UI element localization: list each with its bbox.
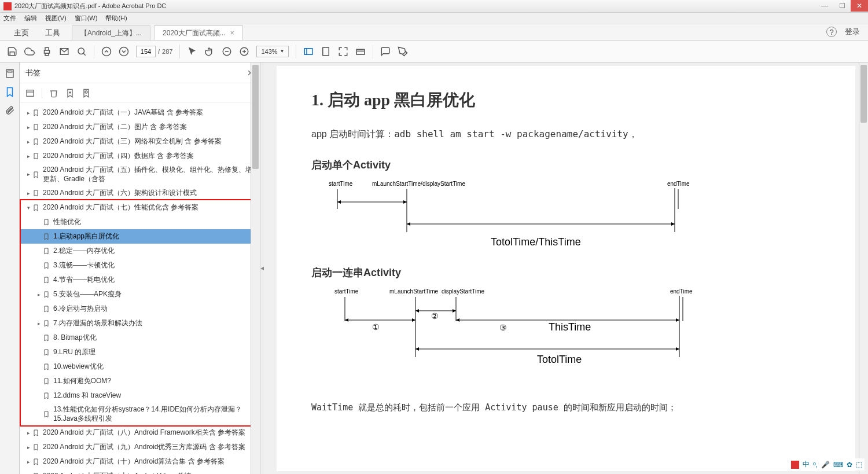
bookmarks-scrollbar[interactable] (251, 63, 260, 474)
page-content: 1. 启动 app 黑白屏优化 app 启动时间计算：adb shell am … (277, 66, 855, 471)
highlight-icon[interactable] (398, 46, 408, 57)
tray-icon-5[interactable]: ⬚ (856, 461, 862, 469)
document-tab-1[interactable]: 2020大厂面试高频...× (154, 25, 243, 40)
maximize-button[interactable]: ☐ (833, 0, 851, 12)
bookmark-item[interactable]: ▸2020 Android 大厂面试（二）图片 含 参考答案 (20, 120, 260, 134)
bookmark-item[interactable]: 13.性能优化如何分析systrace？14.用IDE如何分析内存泄漏？15.J… (20, 403, 260, 425)
bookmark-item[interactable]: ▸2020 Android 大厂面试（五）插件化、模块化、组件化、热修复、增量更… (20, 163, 260, 186)
bookmark-item[interactable]: ▸5.安装包——APK瘦身 (20, 287, 260, 302)
comment-icon[interactable] (380, 46, 391, 57)
bookmarks-toolbar (20, 83, 260, 103)
bookmark-item[interactable]: 9.LRU 的原理 (20, 345, 260, 359)
bookmarks-tree[interactable]: ▸2020 Android 大厂面试（一）JAVA基础 含 参考答案▸2020 … (20, 103, 260, 474)
fit-width-icon[interactable] (303, 46, 314, 57)
current-page-input[interactable] (136, 46, 156, 57)
svg-marker-63 (676, 347, 679, 351)
bookmark-item-expanded[interactable]: ▾2020 Android 大厂面试（七）性能优化含 参考答案 (20, 200, 260, 215)
menu-window[interactable]: 窗口(W) (75, 14, 98, 23)
bookmark-item[interactable]: ▸2020 Android 大厂面试（一）JAVA基础 含 参考答案 (20, 105, 260, 120)
bookmarks-title: 书签 (25, 68, 41, 78)
options-icon[interactable] (25, 89, 35, 98)
attachments-icon[interactable] (5, 105, 15, 116)
bookmark-item[interactable]: 10.webview优化 (20, 359, 260, 374)
tray-mic-icon[interactable]: 🎤 (821, 461, 830, 469)
bookmarks-panel: 书签 ✕ ▸2020 Android 大厂面试（一）JAVA基础 含 参考答案▸… (20, 63, 260, 474)
fit-page-icon[interactable] (321, 46, 331, 57)
pdf-icon (3, 2, 12, 10)
diagram-1: startTime mLaunchStartTime/displayStartT… (311, 179, 821, 254)
bookmark-item[interactable]: 6.冷启动与热启动 (20, 302, 260, 316)
close-window-button[interactable]: ✕ (851, 0, 868, 12)
bookmark-item[interactable]: ▸2020 Android 大厂面试（十）Android算法合集 含 参考答案 (20, 454, 260, 469)
window-title: 2020大厂面试高频知识点.pdf - Adobe Acrobat Pro DC (14, 2, 166, 10)
bookmark-item[interactable]: ▸2020 Android 大厂面试（九）Android优秀三方库源码 含 参考… (20, 440, 260, 454)
new-bookmark-icon[interactable] (65, 89, 75, 98)
page-separator: / (158, 48, 160, 55)
svg-text:TotolTime: TotolTime (537, 354, 582, 365)
close-tab-icon[interactable]: × (230, 29, 234, 37)
nav-rail (0, 63, 20, 474)
document-area[interactable]: 1. 启动 app 黑白屏优化 app 启动时间计算：adb shell am … (264, 63, 868, 474)
note-text: WaitTime 就是总的耗时，包括前一个应用 Activity pause 的… (311, 402, 821, 413)
svg-marker-34 (403, 200, 407, 204)
bookmark-item[interactable]: 8. Bitmap优化 (20, 330, 260, 345)
document-tab-0[interactable]: 【Android_上海】... (72, 25, 150, 40)
svg-text:TotolTime/ThisTime: TotolTime/ThisTime (491, 236, 581, 248)
full-screen-icon[interactable] (338, 46, 348, 57)
system-tray: 中 º, 🎤 ⌨ ✿ ⬚ (789, 458, 865, 471)
menu-edit[interactable]: 编辑 (24, 14, 37, 23)
bookmark-item[interactable]: 性能优化 (20, 215, 260, 229)
email-icon[interactable] (59, 46, 69, 57)
bookmark-item[interactable]: ▸7.内存泄漏的场景和解决办法 (20, 316, 260, 330)
bookmark-item[interactable]: ▸2020 Android 大厂面试（四）数据库 含 参考答案 (20, 149, 260, 163)
bookmark-item[interactable]: ▸2020 Android 大厂面试（八）Android Framework相关… (20, 425, 260, 440)
minimize-button[interactable]: — (816, 0, 833, 12)
bookmark-item[interactable]: 1.启动app黑白屏优化 (20, 229, 260, 244)
page-down-icon[interactable] (119, 46, 129, 57)
page-up-icon[interactable] (101, 46, 112, 57)
subheading-1: 启动单个Activity (311, 158, 821, 172)
diagram-2: startTime mLaunchStartTime displayStartT… (311, 286, 821, 385)
cursor-icon[interactable] (187, 46, 197, 57)
hand-icon[interactable] (204, 46, 215, 57)
bookmark-item[interactable]: 4.节省——耗电优化 (20, 273, 260, 287)
print-icon[interactable] (42, 46, 52, 57)
svg-rect-19 (8, 71, 12, 72)
bookmark-item[interactable]: ▸2020 Android 大厂面试（六）架构设计和设计模式 (20, 186, 260, 200)
tray-keyboard-icon[interactable]: ⌨ (833, 461, 843, 469)
read-mode-icon[interactable] (355, 46, 366, 57)
zoom-in-icon[interactable] (239, 46, 249, 57)
tray-icon-4[interactable]: ✿ (847, 461, 852, 469)
login-link[interactable]: 登录 (845, 27, 860, 37)
search-icon[interactable] (76, 46, 87, 57)
home-tab[interactable]: 主页 (6, 24, 37, 40)
svg-marker-54 (453, 309, 456, 313)
bookmarks-icon[interactable] (5, 87, 15, 97)
bookmark-item[interactable]: ▸2020 Android 大厂面试（十）Android View 总结 (20, 469, 260, 474)
bookmark-item[interactable]: 2.稳定——内存优化 (20, 244, 260, 258)
svg-marker-58 (676, 318, 679, 322)
zoom-combo[interactable]: 143%▼ (256, 46, 289, 57)
bookmark-item[interactable]: 11.如何避免OOM? (20, 374, 260, 388)
document-scrollbar[interactable] (859, 63, 868, 474)
bookmark-item[interactable]: 3.流畅——卡顿优化 (20, 258, 260, 273)
help-icon[interactable]: ? (826, 27, 837, 37)
zoom-out-icon[interactable] (222, 46, 232, 57)
bookmark-item[interactable]: ▸2020 Android 大厂面试（三）网络和安全机制 含 参考答案 (20, 134, 260, 149)
find-bookmark-icon[interactable] (82, 89, 91, 98)
ime-icon[interactable] (791, 461, 799, 469)
menu-view[interactable]: 视图(V) (45, 14, 67, 23)
menu-help[interactable]: 帮助(H) (105, 14, 127, 23)
svg-rect-0 (45, 50, 50, 53)
trash-icon[interactable] (49, 89, 58, 98)
save-icon[interactable] (7, 46, 17, 57)
ime-lang[interactable]: 中 (803, 460, 810, 469)
svg-marker-57 (456, 318, 459, 322)
bookmark-item[interactable]: 12.ddms 和 traceView (20, 388, 260, 403)
tray-icon-1[interactable]: º, (813, 461, 818, 469)
cloud-icon[interactable] (24, 46, 35, 57)
svg-text:endTime: endTime (670, 288, 693, 295)
menu-file[interactable]: 文件 (3, 14, 16, 23)
thumbnails-icon[interactable] (5, 68, 15, 79)
tools-tab[interactable]: 工具 (37, 24, 68, 40)
